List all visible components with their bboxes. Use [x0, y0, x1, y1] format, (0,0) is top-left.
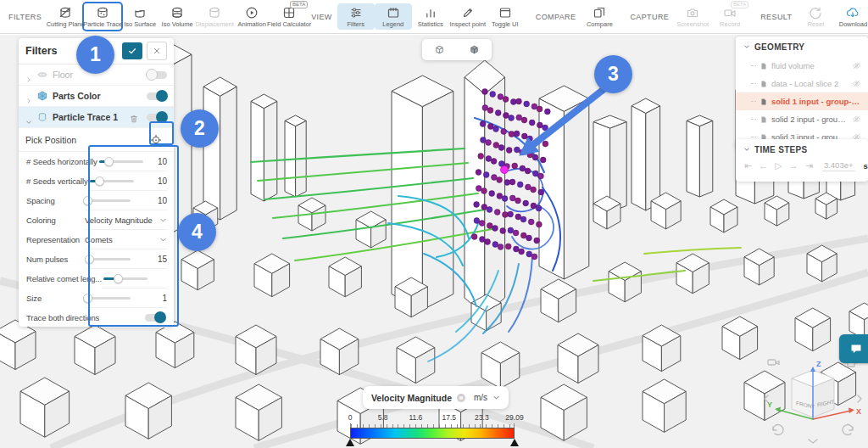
last-step-icon[interactable]: ⇥ — [805, 160, 813, 171]
toolbar-item-download[interactable]: Download — [834, 3, 868, 30]
delete-filter-button[interactable] — [129, 112, 139, 122]
toolbar-item-displacement: Displacement — [196, 3, 233, 30]
geometry-item-data-local-slice-2[interactable]: data - Local slice 2 — [736, 75, 868, 92]
toolbar-item-iso-surface[interactable]: Iso Surface — [121, 3, 159, 30]
geometry-header[interactable]: GEOMETRY — [736, 36, 868, 57]
toolbar-item-label: Download — [839, 20, 867, 28]
solid-icon — [760, 79, 768, 89]
display-mode-bar — [422, 39, 492, 60]
gizmo-roll-right-icon[interactable] — [843, 425, 853, 435]
legend-gradient-bar[interactable] — [350, 428, 515, 439]
compare-icon — [593, 6, 606, 20]
param-value[interactable]: 10 — [143, 157, 167, 166]
toolbar-item-iso-volume[interactable]: Iso Volume — [159, 3, 196, 30]
toolbar-item-statistics[interactable]: Statistics — [412, 3, 449, 30]
legend-field-chip-icon[interactable] — [457, 394, 465, 402]
param-slider[interactable] — [103, 277, 147, 280]
trash-icon — [129, 114, 139, 124]
gizmo-rotate-left-arrow[interactable] — [765, 395, 768, 402]
chevron-down-icon — [25, 119, 32, 126]
filter-visibility-toggle[interactable] — [147, 114, 167, 121]
toolbar-item-particle-trace[interactable]: Particle Trace — [84, 3, 121, 30]
toolbar-section-label: RESULT — [760, 13, 792, 21]
callout-2: 2 — [181, 109, 219, 148]
param-select[interactable]: Velocity Magnitude — [85, 216, 167, 225]
geometry-item-label: data - Local slice 2 — [771, 79, 849, 88]
param-slider[interactable] — [99, 160, 143, 163]
filter-visibility-toggle[interactable] — [147, 92, 167, 100]
legend-max-handle[interactable] — [510, 439, 519, 446]
eye-off-icon[interactable] — [852, 79, 861, 88]
param-slider[interactable] — [90, 180, 134, 182]
param-slider[interactable] — [86, 297, 131, 300]
chevron-down-icon — [743, 43, 750, 50]
eye-off-icon[interactable] — [852, 61, 861, 70]
axis-x-label: X — [856, 407, 861, 416]
param-value[interactable]: 15 — [131, 255, 167, 264]
toolbar-item-field-calculator[interactable]: Field CalculatorBETA — [270, 3, 308, 30]
toolbar-item-legend[interactable]: Legend — [375, 3, 412, 30]
gizmo-rotate-right-arrow[interactable] — [858, 395, 861, 402]
apply-button[interactable] — [122, 42, 142, 59]
toolbar-item-animation[interactable]: Animation — [233, 3, 270, 30]
top-toolbar: FILTERSCutting PlaneParticle TraceIso Su… — [0, 0, 868, 34]
param-toggle[interactable] — [145, 314, 165, 322]
toolbar-item-inspect-point[interactable]: Inspect point — [449, 3, 487, 30]
param-slider[interactable] — [86, 258, 131, 260]
pick-position-row: Pick Position — [19, 128, 174, 152]
legend-min-handle[interactable] — [346, 439, 354, 446]
toolbar-item-label: Displacement — [195, 20, 233, 28]
filter-item-particle-trace-1[interactable]: Particle Trace 1 — [19, 107, 174, 128]
animation-icon — [245, 6, 259, 20]
floor-icon — [36, 69, 48, 81]
orientation-gizmo[interactable]: FRONT RIGHT Z X Y — [761, 356, 865, 445]
toolbar-item-label: Cutting Plane — [47, 20, 85, 28]
geometry-item-solid-1-input-group-all[interactable]: solid 1 input - group-all... — [736, 92, 868, 110]
wireframe-cube-button[interactable] — [427, 41, 453, 59]
solid-icon — [760, 115, 768, 125]
chat-button[interactable] — [839, 334, 868, 363]
callout-4: 4 — [178, 213, 216, 251]
param-label: Relative comet leng... — [26, 274, 102, 283]
eye-off-icon[interactable] — [852, 115, 861, 124]
time-value-field[interactable]: 3.403e+ — [822, 160, 855, 171]
geometry-item-label: solid 2 input - ground_o... — [771, 115, 849, 124]
param-value[interactable]: 1 — [131, 294, 167, 303]
geometry-item-solid-2-input-ground-o[interactable]: solid 2 input - ground_o... — [736, 110, 868, 128]
legend-field-selector[interactable]: Velocity Magnitude m/s — [363, 386, 509, 409]
parts-color-icon — [36, 90, 48, 102]
toolbar-item-label: Filters — [348, 20, 364, 28]
toolbar-item-filters[interactable]: Filters — [337, 3, 375, 30]
solid-cube-button[interactable] — [462, 41, 487, 59]
param-slider[interactable] — [86, 199, 131, 202]
geometry-item-fluid-volume[interactable]: fluid volume — [736, 57, 868, 75]
param-value[interactable]: 10 — [131, 196, 167, 205]
displacement-icon — [208, 6, 221, 20]
pick-position-button[interactable] — [148, 132, 164, 148]
toggle-ui-icon — [498, 6, 512, 20]
beta-badge: BETA — [290, 1, 308, 8]
gizmo-chevron-down[interactable] — [809, 440, 817, 443]
particle-trace-parameters: # Seeds horizontally10# Seeds vertically… — [19, 152, 174, 328]
first-step-icon[interactable]: ⇤ — [744, 160, 752, 171]
param-label: # Seeds horizontally — [26, 157, 97, 166]
gizmo-roll-left-icon[interactable] — [773, 425, 783, 435]
particle-trace-icon — [96, 6, 109, 20]
close-panel-button[interactable] — [147, 42, 167, 60]
toolbar-item-cutting-plane[interactable]: Cutting Plane — [47, 3, 84, 30]
filter-visibility-toggle[interactable] — [147, 71, 167, 79]
axis-z-label: Z — [816, 360, 821, 368]
callout-3: 3 — [594, 55, 632, 93]
toolbar-item-label: Screenshot — [676, 20, 709, 28]
gizmo-camera-icon[interactable] — [768, 360, 779, 365]
play-icon[interactable]: ▷ — [775, 160, 782, 171]
prev-step-icon[interactable]: ← — [759, 160, 768, 171]
param-value[interactable]: 10 — [134, 176, 167, 186]
time-steps-header[interactable]: TIME STEPS — [736, 139, 868, 160]
param-select[interactable]: Comets — [85, 235, 167, 244]
next-step-icon[interactable]: → — [789, 160, 798, 171]
legend-tick-label: 29.09 — [505, 413, 523, 422]
toolbar-item-compare[interactable]: Compare — [581, 3, 618, 30]
toolbar-item-toggle-ui[interactable]: Toggle UI — [487, 3, 524, 30]
filter-item-parts-color[interactable]: Parts Color — [19, 86, 174, 107]
